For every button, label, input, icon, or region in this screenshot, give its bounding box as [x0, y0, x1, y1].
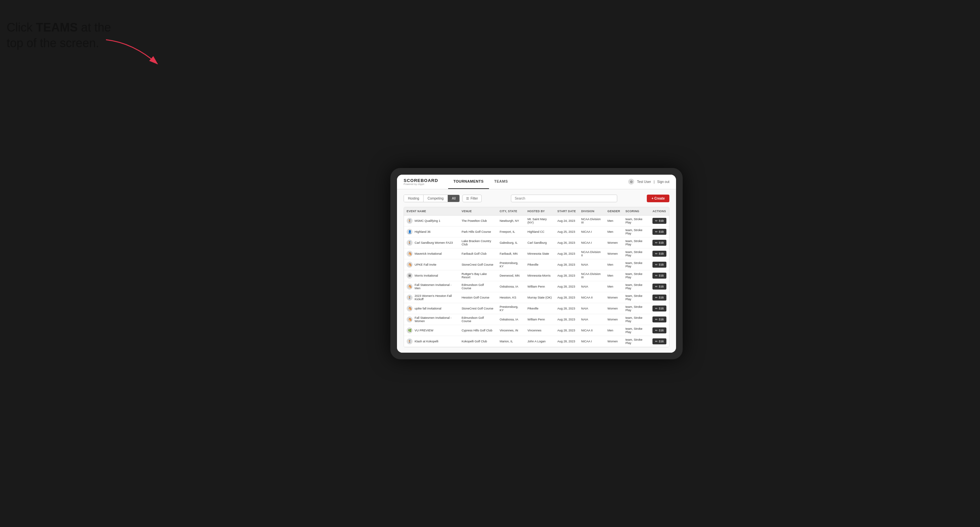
table-row: 🏌 2023 Women's Hesston Fall Kickoff Hess…	[404, 292, 669, 303]
table-row: 🏌 Carl Sandburg Women FA23 Lake Bracken …	[404, 237, 669, 248]
filter-all[interactable]: All	[448, 195, 460, 202]
user-name: Test User	[637, 180, 651, 184]
filter-competing[interactable]: Competing	[423, 195, 448, 202]
team-icon: 🐴	[407, 251, 413, 257]
edit-button[interactable]: ✏ Edit	[652, 218, 667, 224]
cell-scoring: team, Stroke Play	[623, 314, 650, 325]
cell-start-date: Aug 26, 2023	[555, 237, 579, 248]
cell-division: NICAA I	[578, 336, 605, 347]
edit-icon: ✏	[655, 241, 658, 244]
table-row: 🏌 Klash at Kokopelli Kokopelli Golf Club…	[404, 336, 669, 347]
event-name-text: upike fall invitational	[415, 307, 442, 310]
edit-icon: ✏	[655, 307, 658, 310]
table-row: 🐴 Fall Statesmen Invitational - Men Edmu…	[404, 281, 669, 292]
edit-button[interactable]: ✏ Edit	[652, 327, 667, 333]
cell-gender: Women	[605, 314, 623, 325]
team-icon: 🐴	[407, 262, 413, 268]
col-actions: ACTIONS	[650, 207, 669, 216]
cell-scoring: team, Stroke Play	[623, 270, 650, 281]
tab-tournaments[interactable]: TOURNAMENTS	[448, 175, 489, 189]
cell-city: Galesburg, IL	[497, 237, 525, 248]
event-name-text: Fall Statesmen Invitational - Men	[415, 283, 456, 290]
filter-group: Hosting Competing All	[404, 195, 460, 202]
edit-button[interactable]: ✏ Edit	[652, 305, 667, 311]
filter-button[interactable]: ☰ Filter	[463, 195, 481, 202]
edit-button[interactable]: ✏ Edit	[652, 295, 667, 300]
cell-start-date: Aug 28, 2023	[555, 314, 579, 325]
cell-actions: ✏ Edit	[650, 270, 669, 281]
cell-scoring: team, Stroke Play	[623, 336, 650, 347]
edit-button[interactable]: ✏ Edit	[652, 273, 667, 279]
cell-gender: Men	[605, 259, 623, 270]
cell-actions: ✏ Edit	[650, 281, 669, 292]
team-icon: 👤	[407, 229, 413, 235]
edit-button[interactable]: ✏ Edit	[652, 229, 667, 235]
table-row: 🐴 upike fall invitational StoneCrest Gol…	[404, 303, 669, 314]
cell-division: NICAA I	[578, 237, 605, 248]
search-input[interactable]	[511, 195, 617, 202]
cell-event-name: 🏌 MSMC Qualifying 1	[404, 215, 459, 226]
cell-event-name: 🐴 Fall Statesmen Invitational - Men	[404, 281, 459, 292]
cell-hosted-by: Pikeville	[525, 259, 555, 270]
cell-actions: ✏ Edit	[650, 237, 669, 248]
cell-venue: Cypress Hills Golf Club	[459, 325, 496, 336]
cell-venue: Ruttger's Bay Lake Resort	[459, 270, 496, 281]
cell-city: Hesston, KS	[497, 292, 525, 303]
cell-city: Faribault, MN	[497, 248, 525, 259]
edit-button[interactable]: ✏ Edit	[652, 262, 667, 268]
cell-venue: Kokopelli Golf Club	[459, 336, 496, 347]
cell-gender: Men	[605, 215, 623, 226]
cell-city: Newburgh, NY	[497, 215, 525, 226]
cell-hosted-by: William Penn	[525, 281, 555, 292]
edit-icon: ✏	[655, 285, 658, 288]
cell-city: Prestonsburg, KY	[497, 259, 525, 270]
cell-event-name: 🏌 Carl Sandburg Women FA23	[404, 237, 459, 248]
cell-actions: ✏ Edit	[650, 248, 669, 259]
col-venue: VENUE	[459, 207, 496, 216]
cell-scoring: team, Stroke Play	[623, 248, 650, 259]
cell-gender: Women	[605, 248, 623, 259]
logo: SCOREBOARD Powered by clippit	[404, 178, 438, 185]
cell-gender: Women	[605, 303, 623, 314]
filter-hosting[interactable]: Hosting	[404, 195, 423, 202]
team-icon: 🐴	[407, 305, 413, 311]
cell-venue: Lake Bracken Country Club	[459, 237, 496, 248]
edit-button[interactable]: ✏ Edit	[652, 338, 667, 344]
event-name-text: Fall Statesmen Invitational - Women	[415, 316, 456, 323]
cell-division: NICAA II	[578, 292, 605, 303]
cell-actions: ✏ Edit	[650, 226, 669, 237]
table-row: 👤 Highland 36 Park Hills Golf Course Fre…	[404, 226, 669, 237]
cell-scoring: team, Stroke Play	[623, 237, 650, 248]
sign-out-link[interactable]: Sign out	[657, 180, 670, 184]
edit-button[interactable]: ✏ Edit	[652, 251, 667, 257]
col-start-date: START DATE	[555, 207, 579, 216]
edit-icon: ✏	[655, 252, 658, 256]
edit-button[interactable]: ✏ Edit	[652, 240, 667, 246]
cell-hosted-by: John A Logan	[525, 336, 555, 347]
header-right: ⚙ Test User | Sign out	[628, 179, 670, 185]
tournaments-table: EVENT NAME VENUE CITY, STATE HOSTED BY S…	[404, 207, 670, 348]
edit-button[interactable]: ✏ Edit	[652, 316, 667, 322]
main-nav: TOURNAMENTS TEAMS	[448, 175, 628, 189]
col-scoring: SCORING	[623, 207, 650, 216]
settings-icon[interactable]: ⚙	[628, 179, 634, 185]
cell-start-date: Aug 24, 2023	[555, 215, 579, 226]
cell-hosted-by: Minnesota State	[525, 248, 555, 259]
edit-icon: ✏	[655, 230, 658, 233]
separator: |	[654, 180, 655, 184]
cell-event-name: 🐴 Maverick Invitational	[404, 248, 459, 259]
app-header: SCOREBOARD Powered by clippit TOURNAMENT…	[397, 175, 676, 189]
cell-start-date: Aug 28, 2023	[555, 292, 579, 303]
cell-venue: Faribault Golf Club	[459, 248, 496, 259]
cell-venue: StoneCrest Golf Course	[459, 303, 496, 314]
event-name-text: UPKE Fall Invite	[415, 263, 436, 266]
cell-hosted-by: Vincennes	[525, 325, 555, 336]
cell-hosted-by: Murray State (OK)	[525, 292, 555, 303]
tab-teams[interactable]: TEAMS	[489, 175, 513, 189]
edit-button[interactable]: ✏ Edit	[652, 284, 667, 290]
create-button[interactable]: + Create	[647, 195, 670, 202]
cell-gender: Men	[605, 325, 623, 336]
team-icon: 🏌	[407, 240, 413, 246]
cell-actions: ✏ Edit	[650, 303, 669, 314]
cell-start-date: Aug 28, 2023	[555, 270, 579, 281]
